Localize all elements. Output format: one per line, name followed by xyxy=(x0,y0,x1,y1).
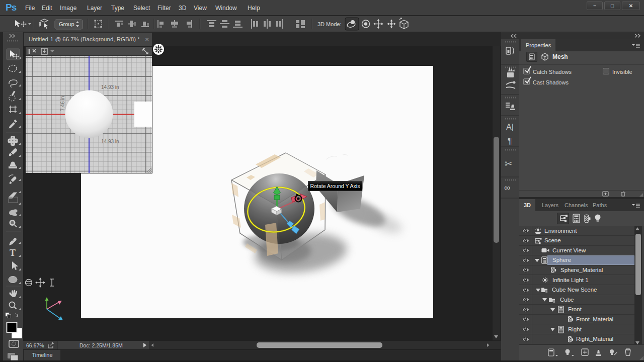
svg-text:Group: Group xyxy=(59,21,74,27)
svg-text:∞: ∞ xyxy=(504,183,510,193)
svg-text:T: T xyxy=(10,248,16,258)
svg-text:14.93 in: 14.93 in xyxy=(101,139,119,144)
svg-text:7.46 in: 7.46 in xyxy=(60,96,65,111)
svg-text:¶: ¶ xyxy=(508,137,512,145)
svg-text:A|: A| xyxy=(506,123,514,131)
svg-text:✂: ✂ xyxy=(505,159,512,169)
svg-text:3D Mode:: 3D Mode: xyxy=(317,21,342,27)
svg-text:14.93 in: 14.93 in xyxy=(101,84,119,90)
